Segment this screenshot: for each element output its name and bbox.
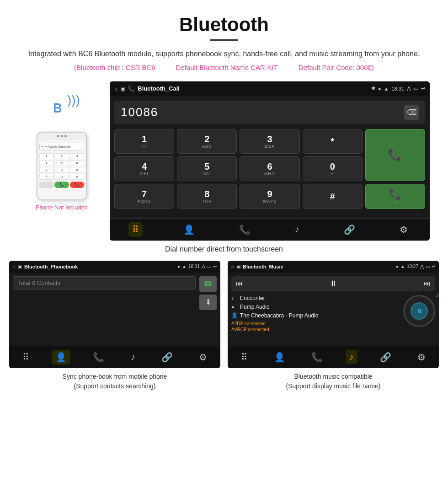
phone-dialpad: 1 2 3 4 5 6 7 8 9 * 0 # [39, 153, 84, 180]
vinyl-record: ʙ ♪ [403, 295, 435, 327]
dial-number-display: 10086 ⌫ [114, 101, 425, 124]
music-nav-settings-icon[interactable]: ⚙ [414, 350, 429, 365]
pb-bt-icon: ● [177, 264, 180, 269]
phone-key-1: 1 [39, 153, 53, 159]
add-contacts-label: + Add to Contacts [45, 145, 70, 148]
phone-key-4: 4 [39, 160, 53, 166]
bluetooth-symbol-icon: ʙ [53, 97, 62, 117]
page-title: Bluetooth [18, 14, 430, 36]
music-nav-music-icon[interactable]: ♪ [346, 350, 357, 364]
music-bottom-nav: ⠿ 👤 📞 ♪ 🔗 ⚙ [228, 346, 439, 368]
nav-settings-icon[interactable]: ⚙ [396, 222, 411, 237]
caption-dial: Dial number direct from touchscreen [0, 245, 448, 253]
phone-key-3: 3 [70, 153, 84, 159]
call-button[interactable]: 📞 [365, 129, 425, 181]
recall-button[interactable]: 📞 RE [365, 184, 425, 209]
pb-status-left: ⌂ ▣ Bluetooth_Phonebook [13, 264, 78, 269]
phone-side: ʙ ))) + + Add to Contacts 1 2 3 4 5 [18, 81, 105, 211]
pb-nav-music-icon[interactable]: ♪ [127, 350, 139, 364]
pb-status-right: ● ▲ 18:31 ⋀ ▭ ↩ [177, 264, 217, 269]
bluetooth-icon-area: ʙ ))) [39, 91, 85, 127]
nav-dialpad-icon[interactable]: ⠿ [128, 222, 143, 237]
bottom-screenshots: ⌂ ▣ Bluetooth_Phonebook ● ▲ 18:31 ⋀ ▭ ↩ … [0, 261, 448, 391]
pb-download-button[interactable]: ⬇ [199, 295, 217, 310]
key-hash[interactable]: # [303, 184, 363, 209]
next-track-button[interactable]: ⏭ [423, 279, 431, 288]
nav-call-icon[interactable]: 📞 [235, 222, 254, 237]
bt-logo: ʙ [417, 306, 421, 315]
status-bar-left: ⌂ ▣ 📞 Bluetooth_Call [114, 85, 180, 92]
home-icon: ⌂ [114, 86, 117, 92]
key-0[interactable]: 0 + [303, 156, 363, 181]
phone-key-9: 9 [70, 167, 84, 173]
key-4[interactable]: 4 GHI [114, 156, 174, 181]
track-row: ♪ Encounter [231, 295, 400, 301]
phone-key-2: 2 [54, 153, 69, 159]
key-5[interactable]: 5 JKL [177, 156, 237, 181]
avrcp-text: AVRCP connected [231, 327, 269, 332]
battery-icon: ▭ [414, 86, 418, 91]
bt-icon: ✱ [371, 86, 375, 91]
key-1[interactable]: 1 ○○ [114, 129, 174, 154]
key-9[interactable]: 9 WXYZ [240, 184, 299, 209]
pb-nav-link-icon[interactable]: 🔗 [158, 350, 176, 365]
music-nav-link-icon[interactable]: 🔗 [376, 350, 395, 365]
back-icon: ↩ [421, 86, 425, 91]
music-nav-contacts-icon[interactable]: 👤 [270, 350, 289, 365]
phone-bottom-row: 📞 📞 [39, 182, 84, 188]
pb-call-button[interactable]: ☎ [199, 276, 217, 292]
phone-key-7: 7 [39, 167, 53, 173]
android-content: 10086 ⌫ 1 ○○ 2 ABC 3 DEF * [110, 96, 430, 218]
recall-label: RE [393, 200, 398, 204]
music-nav-dialpad-icon[interactable]: ⠿ [237, 350, 251, 365]
music-expand-icon: ⋀ [420, 264, 424, 269]
avrcp-status: AVRCP connected [231, 327, 400, 332]
keypad-grid: 1 ○○ 2 ABC 3 DEF * 📞 4 [114, 129, 425, 209]
play-pause-button[interactable]: ⏸ [329, 279, 337, 289]
call-icon: 📞 [388, 148, 402, 161]
nav-music-icon[interactable]: ♪ [291, 222, 303, 236]
music-bt-icon: ● [396, 264, 399, 269]
pb-nav-contacts-icon[interactable]: 👤 [52, 350, 70, 365]
pair-code-label: Default Pair Code: 0000) [299, 64, 374, 71]
pb-nav-dialpad-icon[interactable]: ⠿ [19, 350, 33, 365]
pb-nav-settings-icon[interactable]: ⚙ [195, 350, 211, 365]
phone-top-bar [37, 133, 86, 140]
wifi-waves-icon: ))) [67, 93, 80, 107]
music-status-right: ● ▲ 18:27 ⋀ ▭ ↩ [396, 264, 435, 269]
music-screen: ⌂ ▣ Bluetooth_Music ● ▲ 18:27 ⋀ ▭ ↩ ⏮ ⏸ [228, 261, 439, 368]
music-note-decoration: ♪ [436, 291, 439, 299]
key-2[interactable]: 2 ABC [177, 129, 237, 154]
main-android-screen: ⌂ ▣ 📞 Bluetooth_Call ✱ ● ▲ 18:31 ⋀ ▭ ↩ 1… [110, 81, 430, 241]
key-8[interactable]: 8 TUV [177, 184, 237, 209]
key-star[interactable]: * [303, 129, 363, 154]
pb-caption-line2: (Support contacts searching) [74, 382, 156, 390]
phone-end-button[interactable]: 📞 [70, 182, 84, 188]
pb-search-bar[interactable]: Total 0 Contacts [13, 276, 196, 290]
recall-icon: 📞 [389, 189, 401, 200]
music-nav-call-icon[interactable]: 📞 [308, 350, 326, 365]
music-status-bar: ⌂ ▣ Bluetooth_Music ● ▲ 18:27 ⋀ ▭ ↩ [228, 261, 439, 273]
key-6[interactable]: 6 MNO [240, 156, 299, 181]
key-3[interactable]: 3 DEF [240, 129, 299, 154]
phone-key-6: 6 [70, 160, 84, 166]
artist-track-name: The Cheebacabra - Pump Audio [240, 312, 318, 319]
phone-key-hash: # [70, 174, 84, 180]
pb-download-icon: ⬇ [205, 298, 211, 306]
phone-dot [64, 135, 67, 137]
phone-dot [57, 135, 59, 137]
key-7[interactable]: 7 PQRS [114, 184, 174, 209]
phone-call-button[interactable]: 📞 [54, 182, 69, 188]
backspace-button[interactable]: ⌫ [404, 105, 419, 120]
main-screenshot-section: ʙ ))) + + Add to Contacts 1 2 3 4 5 [0, 81, 448, 241]
phone-key-star: * [39, 174, 53, 180]
pb-nav-call-icon[interactable]: 📞 [89, 350, 108, 365]
music-battery-icon: ▭ [426, 264, 430, 269]
bt-name-label: Default Bluetooth Name CAR-KIT [176, 64, 278, 71]
chip-info: (Bluetooth chip : CSR BC6 Default Blueto… [18, 64, 430, 71]
music-caption-line1: Bluetooth music compatible [294, 373, 372, 380]
nav-contacts-icon[interactable]: 👤 [180, 222, 198, 237]
pb-caption-line1: Sync phone-book from mobile phone [63, 373, 167, 380]
prev-track-button[interactable]: ⏮ [236, 279, 243, 288]
nav-link-icon[interactable]: 🔗 [340, 222, 359, 237]
